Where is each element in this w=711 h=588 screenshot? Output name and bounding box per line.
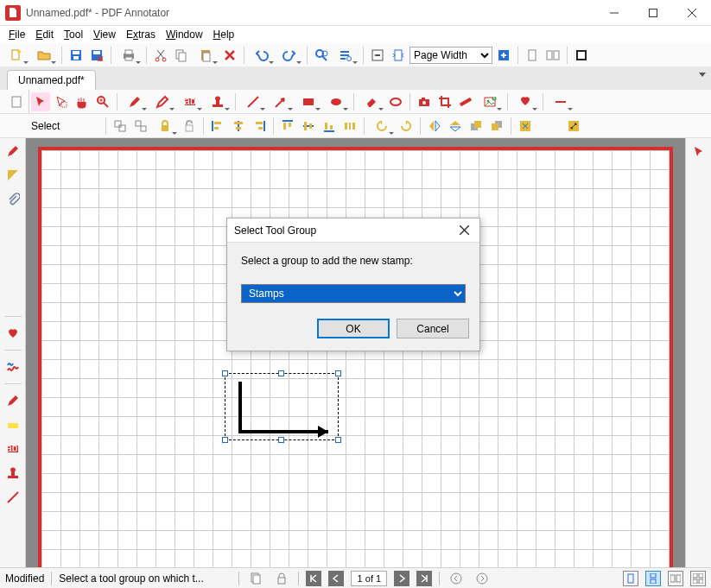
align-center-h-button[interactable] — [229, 117, 248, 136]
image-tool[interactable]: + — [477, 92, 503, 111]
next-page-button[interactable] — [394, 571, 409, 586]
sb-pen2-icon[interactable] — [3, 391, 22, 410]
bring-front-button[interactable] — [467, 117, 486, 136]
marker-tool[interactable] — [149, 92, 175, 111]
fullscreen-button[interactable] — [572, 46, 591, 65]
document-tab[interactable]: Unnamed.pdf* — [7, 70, 96, 90]
redo-button[interactable] — [276, 46, 302, 65]
undo-button[interactable] — [249, 46, 275, 65]
sb-squiggle-icon[interactable] — [3, 357, 22, 376]
send-back-button[interactable] — [487, 117, 506, 136]
menu-extras[interactable]: Extras — [123, 27, 159, 42]
nav-back-button[interactable] — [447, 569, 466, 588]
text-tool[interactable]: ab — [177, 92, 203, 111]
first-page-button[interactable] — [306, 571, 321, 586]
sb-triangle-icon[interactable] — [3, 166, 22, 185]
eraser-tool[interactable] — [359, 92, 384, 111]
save-button[interactable] — [67, 46, 86, 65]
pan-tool[interactable] — [73, 92, 92, 111]
measure-tool[interactable] — [456, 92, 475, 111]
group-select[interactable]: Stamps — [241, 284, 466, 303]
menu-edit[interactable]: Edit — [32, 27, 57, 42]
select-tool[interactable] — [31, 92, 50, 111]
cancel-button[interactable]: Cancel — [397, 319, 469, 338]
favorites-tool[interactable] — [512, 92, 538, 111]
delete-button[interactable] — [220, 46, 239, 65]
sb-pen-icon[interactable] — [3, 142, 22, 161]
sb-stamp-icon[interactable] — [3, 464, 22, 483]
dialog-close-button[interactable] — [455, 222, 473, 239]
view-two-continuous-button[interactable] — [690, 571, 706, 586]
tabs-menu-button[interactable] — [699, 73, 706, 77]
stamp-tool[interactable] — [205, 92, 231, 111]
rotate-left-button[interactable] — [369, 117, 395, 136]
fit-page-button[interactable] — [389, 46, 408, 65]
zoom-in-button[interactable] — [494, 46, 513, 65]
status-copy-icon[interactable] — [246, 569, 265, 588]
rect-tool[interactable] — [295, 92, 321, 111]
sb-highlight-icon[interactable] — [3, 415, 22, 434]
sb-heart-icon[interactable] — [3, 324, 22, 343]
maximize-button[interactable] — [633, 0, 672, 26]
view-single-button[interactable] — [623, 571, 638, 586]
cursor-icon[interactable] — [692, 145, 706, 162]
zoom-select[interactable]: Page Width — [409, 47, 492, 64]
flip-h-button[interactable] — [425, 117, 444, 136]
minimize-button[interactable] — [594, 0, 633, 26]
fit-selection-button[interactable] — [516, 117, 535, 136]
two-page-button[interactable] — [543, 46, 562, 65]
rotate-right-button[interactable] — [397, 117, 416, 136]
copy-button[interactable] — [172, 46, 191, 65]
cut-button[interactable] — [151, 46, 170, 65]
status-lock-icon[interactable] — [272, 569, 291, 588]
ungroup-button[interactable] — [131, 117, 150, 136]
search-list-button[interactable] — [333, 46, 359, 65]
align-bottom-button[interactable] — [320, 117, 339, 136]
open-button[interactable] — [31, 46, 57, 65]
line-tool[interactable] — [240, 92, 266, 111]
zoom-out-button[interactable] — [368, 46, 387, 65]
last-page-button[interactable] — [416, 571, 432, 586]
style-tool[interactable] — [548, 92, 574, 111]
group-button[interactable] — [111, 117, 130, 136]
view-two-page-button[interactable] — [668, 571, 683, 586]
page-icon[interactable] — [7, 92, 26, 111]
save-as-button[interactable] — [87, 46, 106, 65]
menu-help[interactable]: Help — [210, 27, 238, 42]
snapshot-tool[interactable] — [415, 92, 434, 111]
crop-tool[interactable] — [435, 92, 454, 111]
arrow-tool[interactable] — [268, 92, 294, 111]
arrow-annotation[interactable] — [233, 380, 346, 445]
ok-button[interactable]: OK — [317, 319, 390, 338]
page-field[interactable] — [351, 571, 387, 586]
print-button[interactable] — [116, 46, 142, 65]
erase-area-tool[interactable] — [386, 92, 405, 111]
align-left-button[interactable] — [208, 117, 227, 136]
align-top-button[interactable] — [278, 117, 297, 136]
pen-tool[interactable] — [122, 92, 148, 111]
zoom-tool[interactable] — [93, 92, 112, 111]
paste-button[interactable] — [193, 46, 219, 65]
distribute-h-button[interactable] — [340, 117, 359, 136]
canvas[interactable] — [26, 138, 685, 586]
find-button[interactable] — [312, 46, 331, 65]
sb-text-icon[interactable]: abl — [3, 439, 22, 458]
resize-button[interactable] — [564, 117, 583, 136]
new-button[interactable] — [3, 46, 29, 65]
nav-fwd-button[interactable] — [473, 569, 492, 588]
lock-button[interactable] — [152, 117, 178, 136]
unlock-button[interactable] — [180, 117, 199, 136]
sb-attachment-icon[interactable] — [3, 190, 22, 209]
flip-v-button[interactable] — [446, 117, 465, 136]
align-right-button[interactable] — [250, 117, 269, 136]
sb-line-icon[interactable] — [3, 488, 22, 507]
ellipse-tool[interactable] — [323, 92, 349, 111]
menu-file[interactable]: File — [5, 27, 29, 42]
menu-window[interactable]: Window — [162, 27, 206, 42]
single-page-button[interactable] — [523, 46, 542, 65]
close-button[interactable] — [672, 0, 711, 26]
lasso-tool[interactable] — [52, 92, 71, 111]
align-middle-button[interactable] — [299, 117, 318, 136]
menu-tool[interactable]: Tool — [60, 27, 86, 42]
menu-view[interactable]: View — [90, 27, 119, 42]
